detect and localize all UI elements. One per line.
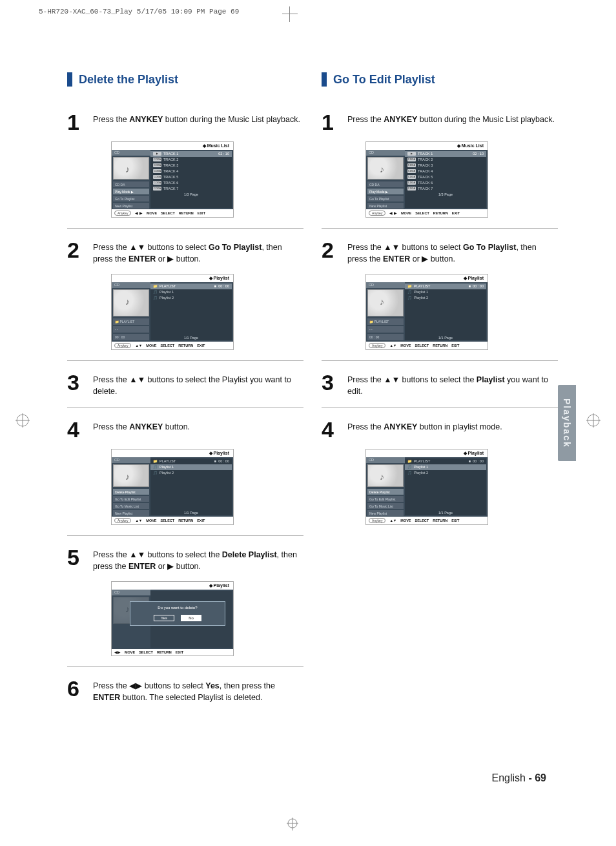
dashes-label: - - bbox=[367, 326, 404, 333]
playlist-header: 📁 PLAYLIST■ 00 : 00 bbox=[150, 459, 232, 464]
track-row[interactable]: CDDATRACK 5 bbox=[405, 174, 486, 180]
confirm-question: Do you want to delete? bbox=[133, 606, 222, 610]
screenshot-music-list: Music List CD CD DA Play Mode ▶ Go To Pl… bbox=[111, 141, 234, 218]
step-3: 3 Press the ▲▼ buttons to select the Pla… bbox=[322, 373, 558, 397]
menu-delete-playlist[interactable]: Delete Playlist bbox=[113, 489, 149, 495]
screenshot-anykey-menu: Playlist CD Delete Playlist Go To Edit P… bbox=[365, 449, 488, 525]
playlist-item[interactable]: 🎵 Playlist 2 bbox=[405, 470, 486, 476]
menu-new-playlist[interactable]: New Playlist bbox=[113, 510, 149, 516]
menu-goto-playlist[interactable]: Go To Playlist bbox=[367, 196, 404, 201]
anykey-pill: Anykey bbox=[114, 211, 131, 216]
folder-label: 📁 PLAYLIST bbox=[367, 318, 404, 325]
playlist-header: 📁 PLAYLIST■ 00 : 00 bbox=[150, 284, 232, 289]
shot-title: Playlist bbox=[112, 449, 233, 457]
shot-footer: Anykey ◀ ▶MOVE SELECT RETURN EXIT bbox=[112, 209, 233, 217]
no-button[interactable]: No bbox=[181, 615, 201, 621]
shot-footer: ◀▶MOVE SELECT RETURN EXIT bbox=[112, 649, 233, 655]
menu-goto-music-list[interactable]: Go To Music List bbox=[113, 503, 149, 509]
step-number: 2 bbox=[322, 240, 340, 260]
shot-footer: Anykey ▲▼MOVE SELECT RETURN EXIT bbox=[112, 517, 233, 524]
heading-delete-playlist: Delete the Playlist bbox=[67, 72, 303, 87]
playlist-header: 📁 PLAYLIST■ 00 : 00 bbox=[405, 284, 486, 289]
track-row[interactable]: CDDATRACK 6 bbox=[405, 180, 486, 186]
page-footer: English - 69 bbox=[492, 772, 547, 784]
menu-goto-edit-playlist[interactable]: Go To Edit Playlist bbox=[113, 496, 149, 502]
menu-goto-playlist[interactable]: Go To Playlist bbox=[113, 196, 149, 201]
playlist-item[interactable]: 🎵 Playlist 2 bbox=[150, 470, 232, 476]
menu-goto-edit-playlist[interactable]: Go To Edit Playlist bbox=[367, 496, 404, 502]
playlist-item[interactable]: 🎵 Playlist 2 bbox=[150, 295, 232, 301]
step-6: 6 Press the ◀▶ buttons to select Yes, th… bbox=[67, 679, 303, 703]
menu-delete-playlist[interactable]: Delete Playlist bbox=[367, 489, 404, 495]
playlist-item[interactable]: 🎵 Playlist 1 bbox=[150, 289, 232, 295]
shot-title: Playlist bbox=[112, 582, 233, 590]
playlist-header: 📁 PLAYLIST■ 00 : 00 bbox=[405, 459, 486, 464]
step-2: 2 Press the ▲▼ buttons to select Go To P… bbox=[322, 240, 558, 265]
heading-goto-edit-playlist: Go To Edit Playlist bbox=[322, 72, 558, 87]
label-disc: CD DA bbox=[367, 181, 404, 187]
menu-play-mode[interactable]: Play Mode ▶ bbox=[367, 189, 404, 194]
heading-text: Delete the Playlist bbox=[79, 73, 178, 87]
track-row[interactable]: CDDATRACK 7 bbox=[405, 186, 486, 192]
step-text: Press the ▲▼ buttons to select the Playl… bbox=[93, 373, 303, 397]
pager: 1/3 Page bbox=[150, 192, 232, 197]
step-text: Press the ▲▼ buttons to select Go To Pla… bbox=[347, 240, 558, 265]
track-row[interactable]: ▶TRACK 102 : 10 bbox=[150, 151, 232, 157]
heading-bar bbox=[322, 72, 327, 87]
step-3: 3 Press the ▲▼ buttons to select the Pla… bbox=[67, 373, 303, 397]
track-row[interactable]: CDDATRACK 5 bbox=[150, 174, 232, 180]
crop-mark-right bbox=[586, 413, 601, 430]
step-1: 1 Press the ANYKEY button during the Mus… bbox=[322, 112, 558, 132]
menu-goto-music-list[interactable]: Go To Music List bbox=[367, 503, 404, 509]
disc-preview-icon bbox=[113, 157, 149, 180]
step-text: Press the ▲▼ buttons to select the Delet… bbox=[93, 548, 303, 572]
pager: 1/3 Page bbox=[405, 192, 486, 197]
menu-play-mode[interactable]: Play Mode ▶ bbox=[113, 189, 149, 194]
folder-label: 📁 PLAYLIST bbox=[113, 318, 149, 325]
crop-mark-left bbox=[15, 413, 30, 430]
menu-new-playlist[interactable]: New Playlist bbox=[367, 203, 404, 209]
step-5: 5 Press the ▲▼ buttons to select the Del… bbox=[67, 548, 303, 572]
shot-title: Playlist bbox=[112, 274, 233, 282]
menu-new-playlist[interactable]: New Playlist bbox=[113, 203, 149, 209]
step-text: Press the ANYKEY button during the Music… bbox=[347, 112, 555, 125]
track-row[interactable]: CDDATRACK 4 bbox=[150, 169, 232, 174]
track-row[interactable]: CDDATRACK 3 bbox=[150, 163, 232, 169]
step-text: Press the ANYKEY button in playlist mode… bbox=[347, 420, 502, 433]
track-row[interactable]: ▶TRACK 102 : 10 bbox=[405, 151, 486, 157]
shot-title: Music List bbox=[366, 142, 488, 150]
shot-footer: Anykey ▲▼MOVE SELECT RETURN EXIT bbox=[366, 342, 488, 349]
yes-button[interactable]: Yes bbox=[154, 615, 174, 621]
step-number: 1 bbox=[67, 112, 85, 132]
shot-footer: Anykey ◀ ▶MOVE SELECT RETURN EXIT bbox=[366, 209, 488, 217]
playlist-item[interactable]: 🎵 Playlist 1 bbox=[405, 464, 486, 470]
track-row[interactable]: CDDATRACK 4 bbox=[405, 169, 486, 174]
step-text: Press the ANYKEY button. bbox=[93, 420, 190, 433]
track-row[interactable]: CDDATRACK 7 bbox=[150, 186, 232, 192]
screenshot-playlist: Playlist CD 📁 PLAYLIST - - 00 : 00 📁 PLA… bbox=[111, 274, 234, 350]
section-tab-playback: Playback bbox=[558, 385, 576, 461]
track-row[interactable]: CDDATRACK 2 bbox=[150, 157, 232, 163]
step-number: 2 bbox=[67, 240, 85, 260]
label-disc: CD DA bbox=[113, 181, 149, 187]
pager: 1/1 Page bbox=[405, 510, 486, 515]
shot-title: Playlist bbox=[366, 274, 488, 282]
playlist-item[interactable]: 🎵 Playlist 1 bbox=[150, 464, 232, 470]
menu-new-playlist[interactable]: New Playlist bbox=[367, 510, 404, 516]
shot-footer: Anykey ▲▼MOVE SELECT RETURN EXIT bbox=[112, 342, 233, 349]
playlist-item[interactable]: 🎵 Playlist 2 bbox=[405, 295, 486, 301]
confirm-dialog: Do you want to delete? Yes No bbox=[130, 601, 225, 626]
step-number: 5 bbox=[67, 548, 85, 568]
step-text: Press the ◀▶ buttons to select Yes, then… bbox=[93, 679, 303, 703]
track-row[interactable]: CDDATRACK 3 bbox=[405, 163, 486, 169]
track-row[interactable]: CDDATRACK 2 bbox=[405, 157, 486, 163]
screenshot-playlist: Playlist CD 📁 PLAYLIST - - 00 : 00 📁 PLA… bbox=[365, 274, 488, 350]
playlist-item[interactable]: 🎵 Playlist 1 bbox=[405, 289, 486, 295]
step-number: 1 bbox=[322, 112, 340, 132]
play-icon: ▶ bbox=[153, 152, 161, 156]
shot-footer: Anykey ▲▼MOVE SELECT RETURN EXIT bbox=[366, 517, 488, 524]
step-number: 3 bbox=[322, 373, 340, 393]
page-tick-top bbox=[282, 6, 298, 22]
track-row[interactable]: CDDATRACK 6 bbox=[150, 180, 232, 186]
shot-title: Music List bbox=[112, 142, 233, 150]
